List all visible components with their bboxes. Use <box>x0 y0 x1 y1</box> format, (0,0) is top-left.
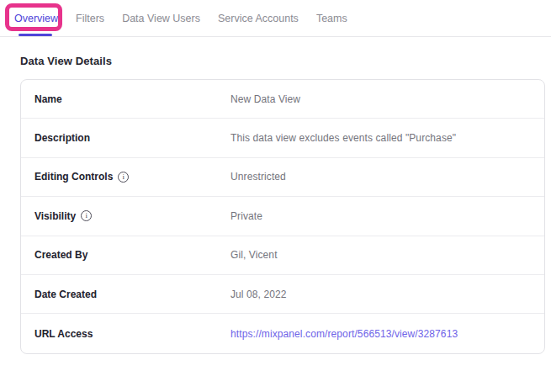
detail-label: Created By <box>34 249 230 261</box>
detail-row-name: Name New Data View <box>21 80 544 119</box>
detail-row-date-created: Date Created Jul 08, 2022 <box>21 275 544 314</box>
detail-row-editing-controls: Editing Controls i Unrestricted <box>21 158 544 197</box>
detail-label: URL Access <box>34 328 230 340</box>
detail-value: Unrestricted <box>230 171 286 183</box>
detail-label: Visibility i <box>34 210 230 222</box>
detail-row-visibility: Visibility i Private <box>21 197 544 236</box>
detail-label: Editing Controls i <box>34 171 230 183</box>
tab-service-accounts-label: Service Accounts <box>218 13 299 24</box>
detail-row-description: Description This data view excludes even… <box>21 119 544 157</box>
info-icon[interactable]: i <box>118 172 129 183</box>
info-icon[interactable]: i <box>81 210 92 221</box>
tab-teams[interactable]: Teams <box>316 13 347 25</box>
active-tab-underline <box>19 34 52 36</box>
tab-data-view-users-label: Data View Users <box>122 13 200 24</box>
detail-value: Private <box>230 210 262 222</box>
detail-value: Gil, Vicent <box>230 249 278 261</box>
detail-row-url-access: URL Access https://mixpanel.com/report/5… <box>21 314 544 352</box>
detail-value: This data view excludes events called "P… <box>230 132 456 144</box>
detail-row-created-by: Created By Gil, Vicent <box>21 236 544 275</box>
tab-filters[interactable]: Filters <box>76 13 104 25</box>
tab-overview[interactable]: Overview <box>14 13 58 25</box>
detail-label: Date Created <box>34 289 230 300</box>
data-view-details-card: Name New Data View Description This data… <box>20 79 545 354</box>
tab-overview-label: Overview <box>14 13 58 24</box>
data-view-url-link[interactable]: https://mixpanel.com/report/566513/view/… <box>230 328 458 340</box>
tab-filters-label: Filters <box>76 13 104 24</box>
tab-data-view-users[interactable]: Data View Users <box>122 13 200 25</box>
tab-service-accounts[interactable]: Service Accounts <box>218 13 299 25</box>
detail-label: Description <box>34 132 230 144</box>
detail-label: Name <box>34 93 230 105</box>
detail-value: Jul 08, 2022 <box>230 289 287 300</box>
detail-value: New Data View <box>230 93 300 105</box>
page-title: Data View Details <box>20 55 551 67</box>
tab-teams-label: Teams <box>316 13 347 24</box>
tab-bar: Overview Filters Data View Users Service… <box>0 0 551 37</box>
